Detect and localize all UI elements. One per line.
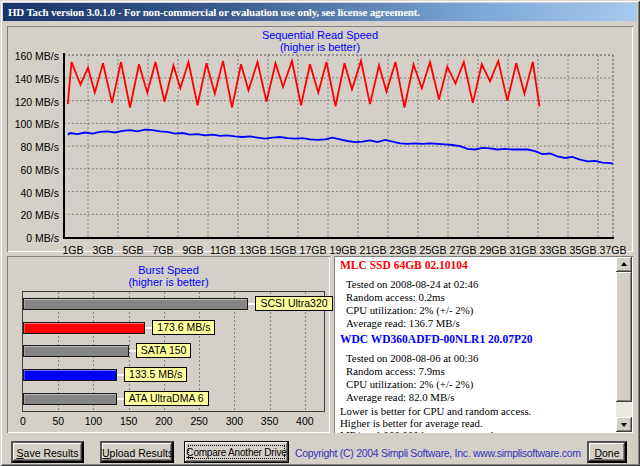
footnote: Higher is better for average read. — [340, 417, 615, 429]
burst-chart-subtitle: (higher is better) — [7, 276, 330, 288]
burst-chart-plot: SCSI Ultra320173.6 MB/sSATA 150133.5 MB/… — [22, 291, 325, 412]
y-tick-label: 60 MB/s — [7, 164, 59, 176]
x-tick-label: 17GB — [298, 244, 328, 256]
burst-x-tick-label: 350 — [255, 415, 285, 427]
x-tick-label: 27GB — [448, 244, 478, 256]
results-text: MLC SSD 64GB 02.10104 Tested on 2008-08-… — [335, 257, 615, 433]
burst-x-tick-label: 200 — [149, 415, 179, 427]
burst-x-tick-label: 150 — [114, 415, 144, 427]
x-tick-label: 19GB — [328, 244, 358, 256]
x-tick-label: 5GB — [118, 244, 148, 256]
x-tick-label: 13GB — [238, 244, 268, 256]
drive-detail: Tested on 2008-08-06 at 00:36 — [340, 352, 615, 365]
title-bar[interactable]: HD Tach version 3.0.1.0 - For non-commer… — [3, 3, 637, 21]
y-tick-label: 140 MB/s — [7, 73, 59, 85]
series-line — [68, 130, 613, 164]
bar-leader-line — [129, 350, 136, 352]
burst-speed-panel: Burst Speed (higher is better) SCSI Ultr… — [7, 256, 330, 433]
burst-bar-label: SCSI Ultra320 — [255, 296, 332, 311]
x-tick-label: 15GB — [268, 244, 298, 256]
burst-bar-label: SATA 150 — [136, 343, 192, 358]
burst-bar-label: 173.6 MB/s — [152, 320, 215, 335]
y-tick-label: 120 MB/s — [7, 96, 59, 108]
drive-detail: Random access: 0.2ms — [340, 291, 615, 304]
burst-x-tick-label: 0 — [8, 415, 38, 427]
drive-name-wdc: WDC WD360ADFD-00NLR1 20.07P20 — [340, 333, 615, 346]
x-tick-label: 1GB — [58, 244, 88, 256]
footnote: MB/s = 1,000,000 bytes per second. — [340, 429, 615, 433]
x-tick-label: 21GB — [358, 244, 388, 256]
drive-detail: Tested on 2008-08-24 at 02:46 — [340, 278, 615, 291]
y-tick-label: 80 MB/s — [7, 141, 59, 153]
bar-leader-line — [145, 327, 152, 329]
results-info-panel: MLC SSD 64GB 02.10104 Tested on 2008-08-… — [334, 256, 633, 433]
seq-chart-plot: 0 MB/s20 MB/s40 MB/s60 MB/s80 MB/s100 MB… — [7, 26, 633, 252]
x-tick-label: 11GB — [208, 244, 238, 256]
drive-detail: Average read: 136.7 MB/s — [340, 317, 615, 330]
up-arrow-icon — [621, 262, 627, 266]
copyright-text: Copyright (C) 2004 Simpli Software, Inc.… — [295, 447, 581, 459]
x-tick-label: 25GB — [418, 244, 448, 256]
burst-bar — [23, 322, 145, 334]
window-title: HD Tach version 3.0.1.0 - For non-commer… — [8, 6, 420, 18]
drive-detail: Random access: 7.9ms — [340, 365, 615, 378]
upload-results-button[interactable]: Upload Results — [100, 441, 174, 463]
burst-bar — [23, 369, 117, 381]
y-tick-label: 0 MB/s — [7, 232, 59, 244]
seq-chart-svg — [7, 26, 633, 252]
x-tick-label: 23GB — [388, 244, 418, 256]
scroll-thumb[interactable] — [616, 272, 632, 402]
x-tick-label: 37GB — [598, 244, 628, 256]
x-tick-label: 7GB — [148, 244, 178, 256]
burst-bar-label: ATA UltraDMA 6 — [124, 391, 209, 406]
y-tick-label: 40 MB/s — [7, 187, 59, 199]
x-tick-label: 31GB — [508, 244, 538, 256]
y-tick-label: 100 MB/s — [7, 118, 59, 130]
footnote: Lower is better for CPU and random acces… — [340, 405, 615, 417]
burst-chart-title: Burst Speed — [7, 264, 330, 276]
x-tick-label: 29GB — [478, 244, 508, 256]
compare-another-drive-button[interactable]: Compare Another Drive — [184, 441, 289, 463]
burst-x-tick-label: 100 — [78, 415, 108, 427]
drive-detail: Average read: 82.0 MB/s — [340, 391, 615, 404]
save-results-button[interactable]: Save Results — [11, 441, 84, 463]
x-tick-label: 35GB — [568, 244, 598, 256]
y-tick-label: 20 MB/s — [7, 209, 59, 221]
bar-leader-line — [117, 374, 124, 376]
app-window: HD Tach version 3.0.1.0 - For non-commer… — [0, 0, 640, 466]
y-tick-label: 160 MB/s — [7, 50, 59, 62]
bar-leader-line — [248, 303, 255, 305]
x-tick-label: 33GB — [538, 244, 568, 256]
burst-x-tick-label: 50 — [43, 415, 73, 427]
burst-bar-label: 133.5 MB/s — [124, 367, 187, 382]
burst-bar — [23, 345, 129, 357]
scrollbar[interactable] — [616, 257, 632, 432]
burst-bar — [23, 298, 248, 310]
x-tick-label: 3GB — [88, 244, 118, 256]
sequential-read-panel: Sequential Read Speed (higher is better)… — [7, 26, 633, 252]
burst-x-tick-label: 300 — [219, 415, 249, 427]
down-arrow-icon — [621, 423, 627, 427]
scroll-down-button[interactable] — [616, 417, 632, 432]
done-button[interactable]: Done — [587, 441, 627, 463]
burst-x-tick-label: 400 — [290, 415, 320, 427]
drive-detail: CPU utilization: 2% (+/- 2%) — [340, 378, 615, 391]
x-tick-label: 9GB — [178, 244, 208, 256]
burst-x-tick-label: 250 — [184, 415, 214, 427]
burst-bar — [23, 393, 117, 405]
drive-detail: CPU utilization: 2% (+/- 2%) — [340, 304, 615, 317]
bar-leader-line — [117, 398, 124, 400]
scroll-up-button[interactable] — [616, 257, 632, 272]
drive-name-ssd: MLC SSD 64GB 02.10104 — [340, 259, 615, 272]
